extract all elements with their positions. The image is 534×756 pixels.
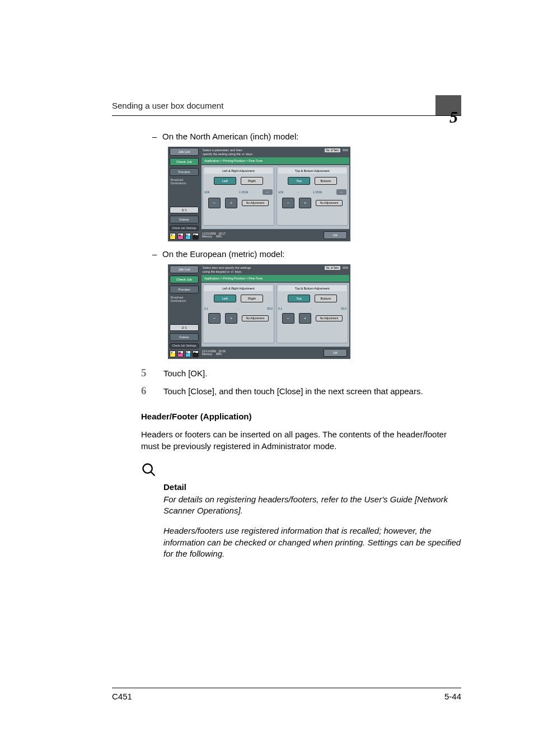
check-job-button[interactable]: Check Job	[170, 158, 199, 166]
check-job-settings-button[interactable]: Check Job Settings	[170, 343, 199, 348]
magnifier-icon	[141, 462, 461, 480]
range-row-lr: 0.1-50.0	[203, 307, 274, 310]
device-sidebar: Job List Check Job Preview Broadcast Des…	[168, 147, 200, 241]
step-6: 6 Touch [Close], and then touch [Close] …	[141, 385, 461, 397]
detail-para-1: For details on registering headers/foote…	[163, 494, 461, 517]
swap-icon[interactable]: ↔	[263, 189, 273, 195]
breadcrumb: Application > Printing Position > Fine-T…	[202, 157, 349, 164]
chapter-number: 5	[449, 108, 458, 127]
ok-button[interactable]: OK	[324, 349, 347, 357]
status-bar: 11/21/2006 18:17 Memory 99%	[202, 232, 226, 239]
ok-button[interactable]: OK	[324, 231, 347, 239]
copies-count: 000	[343, 266, 348, 269]
device-sidebar: Job List Check Job Preview Broadcast Des…	[168, 264, 200, 359]
detail-para-2: Headers/footers use registered informati…	[163, 525, 461, 559]
panel-header-tb: Top & Bottom Adjustment	[278, 168, 346, 174]
plus-button[interactable]: +	[299, 313, 311, 324]
right-option[interactable]: Right	[241, 295, 263, 302]
footer-left: C451	[112, 692, 132, 701]
no-adjustment-button[interactable]: No Adjustment	[316, 200, 343, 206]
toner-indicators: Y M C K	[168, 232, 200, 241]
range-row-tb: 0.1-50.0	[277, 307, 348, 310]
device-screenshot-inch: Job List Check Job Preview Broadcast Des…	[168, 147, 350, 241]
panel-header-tb: Top & Bottom Adjustment	[278, 286, 346, 291]
delete-button[interactable]: Delete	[170, 333, 199, 341]
no-adjustment-button[interactable]: No Adjustment	[316, 315, 343, 321]
detail-label: Detail	[163, 482, 461, 492]
swap-icon[interactable]: ↔	[336, 189, 346, 195]
minus-button[interactable]: −	[208, 198, 221, 208]
no-adjustment-button[interactable]: No Adjustment	[242, 315, 269, 321]
toner-indicators: Y M C K	[168, 349, 200, 359]
right-option[interactable]: Right	[241, 177, 263, 185]
bullet-na: –On the North American (inch) model:	[152, 132, 461, 141]
top-option[interactable]: Top	[288, 295, 310, 302]
svg-line-1	[151, 472, 155, 475]
preview-button[interactable]: Preview	[170, 168, 199, 176]
job-list-button[interactable]: Job List	[170, 148, 199, 156]
copies-count: 000	[343, 148, 348, 152]
preview-button[interactable]: Preview	[170, 286, 199, 293]
top-bottom-adjustment-panel: Top & Bottom Adjustment Top Bottom 1⁄16-…	[277, 166, 348, 226]
bottom-option[interactable]: Bottom	[315, 177, 337, 185]
broadcast-destinations-label: Broadcast Destinations	[170, 296, 199, 302]
plus-button[interactable]: +	[225, 313, 237, 324]
minus-button[interactable]: −	[282, 313, 294, 324]
minus-button[interactable]: −	[208, 313, 221, 324]
footer-right: 5-44	[444, 692, 461, 701]
page-footer: C451 5-44	[112, 688, 461, 701]
minus-button[interactable]: −	[282, 198, 294, 208]
copies-label: No. of Sets:	[325, 148, 340, 152]
broadcast-destinations-label: Broadcast Destinations	[170, 178, 199, 185]
bottom-option[interactable]: Bottom	[315, 295, 337, 302]
running-header: Sending a user box document	[112, 101, 223, 110]
breadcrumb: Application > Printing Position > Fine-T…	[202, 275, 349, 282]
instruction-text: Select item and specify the settingsusin…	[203, 266, 251, 273]
section-paragraph: Headers or footers can be inserted on al…	[141, 429, 461, 452]
range-row-tb: 1⁄16-1 15⁄16 ↔	[277, 189, 348, 195]
plus-button[interactable]: +	[225, 198, 237, 208]
panel-header-lr: Left & Right Adjustment	[204, 286, 273, 291]
header-rule	[112, 115, 461, 116]
svg-point-0	[143, 464, 152, 473]
panel-header-lr: Left & Right Adjustment	[204, 168, 273, 174]
left-right-adjustment-panel: Left & Right Adjustment Left Right 0.1-5…	[203, 284, 274, 343]
sidebar-page-indicator: 1/ 1	[170, 207, 199, 213]
step-5: 5 Touch [OK].	[141, 367, 461, 379]
plus-button[interactable]: +	[299, 198, 311, 208]
left-option[interactable]: Left	[214, 177, 236, 185]
copies-label: No. of Sets:	[325, 266, 340, 270]
status-bar: 21/11/2006 18:39 Memory 99%	[202, 350, 226, 356]
job-list-button[interactable]: Job List	[170, 265, 199, 273]
left-right-adjustment-panel: Left & Right Adjustment Left Right 1⁄16-…	[203, 166, 274, 226]
range-row-lr: 1⁄16-1 15⁄16 ↔	[203, 189, 274, 195]
left-option[interactable]: Left	[214, 295, 236, 302]
sidebar-page-indicator: 1/ 1	[170, 324, 199, 331]
device-main: Select item and specify the settingsusin…	[200, 264, 350, 359]
no-adjustment-button[interactable]: No Adjustment	[242, 200, 269, 206]
instruction-text: Select a parameter, and thenspecify the …	[203, 148, 253, 156]
delete-button[interactable]: Delete	[170, 216, 199, 223]
section-title: Header/Footer (Application)	[141, 412, 461, 421]
device-main: Select a parameter, and thenspecify the …	[200, 147, 350, 241]
top-option[interactable]: Top	[288, 177, 310, 185]
device-screenshot-metric: Job List Check Job Preview Broadcast Des…	[168, 264, 350, 359]
check-job-settings-button[interactable]: Check Job Settings	[170, 226, 199, 231]
top-bottom-adjustment-panel: Top & Bottom Adjustment Top Bottom 0.1-5…	[277, 284, 348, 343]
bullet-eu: –On the European (metric) model:	[152, 249, 461, 259]
check-job-button[interactable]: Check Job	[170, 276, 199, 283]
